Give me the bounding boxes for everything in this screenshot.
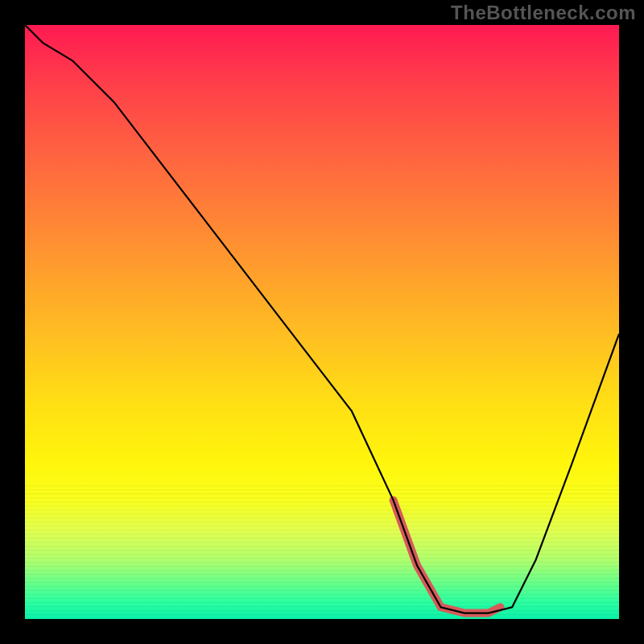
main-curve (25, 25, 619, 613)
highlight-segment (394, 500, 501, 613)
watermark-text: TheBottleneck.com (451, 2, 636, 24)
plot-area (25, 25, 619, 619)
chart-svg (25, 25, 619, 619)
chart-stage: TheBottleneck.com (0, 0, 644, 644)
